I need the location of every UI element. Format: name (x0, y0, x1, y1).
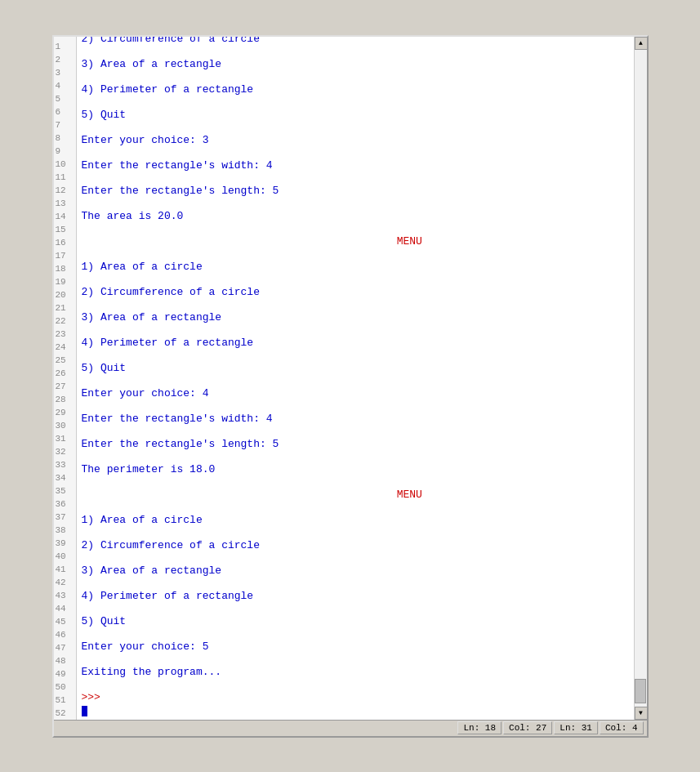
console-line: Enter the rectangle's length: 5 (82, 438, 629, 451)
console-line: Enter the rectangle's length: 5 (82, 185, 629, 198)
cursor (82, 706, 87, 716)
console-line: Enter your choice: 4 (82, 387, 629, 400)
status-ln2: Ln: 31 (554, 721, 598, 734)
console-line: MENU (82, 235, 629, 248)
scroll-thumb[interactable] (635, 679, 646, 703)
console-line: Enter your choice: 3 (82, 134, 629, 147)
terminal-content: 1234567891011121314151617181920212223242… (54, 37, 647, 720)
console-line: 5) Quit (82, 362, 629, 375)
console-line: Enter the rectangle's width: 4 (82, 413, 629, 426)
console-line: 2) Circumference of a circle (82, 37, 629, 46)
console-line: The perimeter is 18.0 (82, 463, 629, 476)
console-area[interactable]: >>> ================================ RES… (77, 37, 634, 720)
console-line: MENU (82, 489, 629, 502)
scroll-down-button[interactable]: ▼ (635, 707, 647, 720)
scroll-up-button[interactable]: ▲ (635, 37, 647, 50)
console-line: 4) Perimeter of a rectangle (82, 83, 629, 96)
status-bar: Ln: 18 Col: 27 Ln: 31 Col: 4 (54, 720, 647, 736)
console-line: 1) Area of a circle (82, 514, 629, 527)
line-numbers: 1234567891011121314151617181920212223242… (54, 37, 77, 720)
console-line: 1) Area of a circle (82, 261, 629, 274)
console-line: 4) Perimeter of a rectangle (82, 590, 629, 603)
console-line: 5) Quit (82, 615, 629, 628)
console-line: 3) Area of a rectangle (82, 311, 629, 324)
console-line: >>> (82, 691, 629, 704)
console-line: The area is 20.0 (82, 210, 629, 223)
console-line: 2) Circumference of a circle (82, 286, 629, 299)
console-line: Enter your choice: 5 (82, 640, 629, 654)
status-col2: Col: 4 (600, 721, 644, 734)
console-line: 4) Perimeter of a rectangle (82, 337, 629, 350)
console-line: Exiting the program... (82, 666, 629, 679)
status-ln: Ln: 18 (457, 721, 502, 734)
scrollbar-area: ▲ ▼ (634, 37, 647, 720)
status-col: Col: 27 (503, 721, 552, 734)
console-line: Enter the rectangle's width: 4 (82, 159, 629, 172)
console-line: 2) Circumference of a circle (82, 539, 629, 552)
console-line: 3) Area of a rectangle (82, 564, 629, 578)
outer-container: 1234567891011121314151617181920212223242… (0, 0, 700, 772)
terminal-window: 1234567891011121314151617181920212223242… (52, 35, 649, 738)
scroll-track (635, 50, 647, 707)
console-line: 5) Quit (82, 109, 629, 122)
console-line: 3) Area of a rectangle (82, 58, 629, 71)
